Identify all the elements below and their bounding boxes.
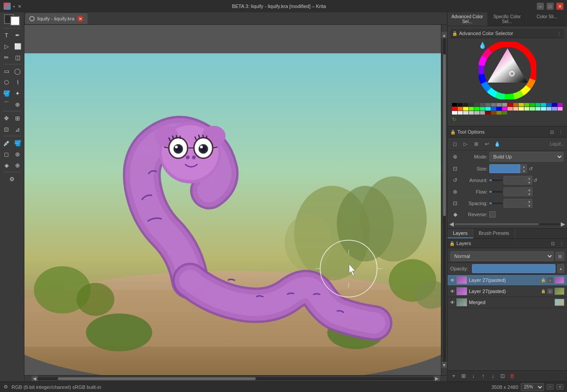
delete-layer-button[interactable]: 🗑 [508, 372, 517, 380]
tool-eyedropper[interactable]: 💉 [1, 138, 12, 148]
swatch-46[interactable] [485, 111, 491, 115]
swatch-2[interactable] [463, 103, 468, 107]
scroll-right-button[interactable]: ▶ [434, 376, 440, 382]
tool-crop[interactable]: ⊞ [12, 113, 23, 123]
swatch-27[interactable] [491, 107, 496, 111]
swatch-29[interactable] [502, 107, 508, 111]
swatch-44[interactable] [474, 111, 480, 115]
tool-multi-select[interactable]: ⊕ [12, 160, 23, 170]
layer-item-1[interactable]: 👁 Layer 27(pasted) 🔒 α [448, 286, 567, 297]
swatch-26[interactable] [485, 107, 491, 111]
vscroll-track[interactable] [443, 38, 446, 362]
swatch-14[interactable] [530, 103, 535, 107]
layer-item-2[interactable]: 👁 Merged [448, 297, 567, 308]
copy-layer-button[interactable]: ⊞ [459, 372, 468, 380]
color-selector-options-button[interactable]: ⋮ [555, 30, 563, 37]
swatch-36[interactable] [541, 107, 546, 111]
swatch-48[interactable] [496, 111, 502, 115]
swatch-17[interactable] [547, 103, 552, 107]
swatch-10[interactable] [508, 103, 513, 107]
swatch-43[interactable] [469, 111, 474, 115]
swatch-31[interactable] [513, 107, 519, 111]
scroll-down-button[interactable]: ▼ [441, 362, 448, 368]
minimize-button[interactable]: – [537, 3, 544, 10]
reverse-checkbox[interactable] [489, 211, 496, 218]
tool-eraser[interactable]: ◻ [1, 149, 12, 159]
tab-color-slider[interactable]: Color Sli... [527, 12, 567, 26]
move-layer-up-button[interactable]: ↑ [479, 372, 488, 380]
options-scrollbar-track[interactable] [455, 223, 560, 225]
amount-spin-down[interactable]: ▼ [526, 180, 532, 185]
tool-script[interactable]: ⚙ [7, 174, 17, 184]
move-layer-down-button[interactable]: ↓ [488, 372, 497, 380]
swatch-25[interactable] [480, 107, 485, 111]
tool-calligraphy[interactable]: ✒ [12, 30, 23, 40]
swatch-41[interactable] [458, 111, 463, 115]
swatch-49[interactable] [502, 111, 508, 115]
swatch-45[interactable] [480, 111, 485, 115]
swatch-8[interactable] [496, 103, 502, 107]
layer-properties-button[interactable]: ⊡ [498, 372, 507, 380]
merge-layer-button[interactable]: ↓ [469, 372, 478, 380]
tool-gradient[interactable]: ⬜ [12, 41, 23, 51]
tool-polygon[interactable]: ⬡ [1, 77, 12, 87]
spacing-spin-up[interactable]: ▲ [526, 199, 532, 203]
size-spin-down[interactable]: ▼ [521, 169, 527, 173]
maximize-button[interactable]: □ [547, 3, 554, 10]
flow-spin-up[interactable]: ▲ [526, 187, 532, 192]
hscroll-track[interactable] [38, 377, 434, 380]
swatch-20[interactable] [452, 107, 457, 111]
swatch-38[interactable] [552, 107, 557, 111]
swatch-34[interactable] [530, 107, 535, 111]
zoom-out-button[interactable]: − [547, 384, 554, 390]
swatch-21[interactable] [458, 107, 463, 111]
tool-opt-icon-2[interactable]: ▷ [461, 139, 470, 148]
tool-transform2[interactable]: ⊡ [1, 124, 12, 135]
tool-deform[interactable]: ⊿ [12, 124, 23, 135]
tab-specific-color[interactable]: Specific Color Sel... [488, 12, 527, 26]
size-reset-button[interactable]: ↺ [529, 166, 533, 172]
flow-input[interactable]: 0.20 [504, 187, 526, 196]
scroll-left-button[interactable]: ◀ [32, 376, 38, 382]
mode-select[interactable]: Build Up Wash [489, 152, 563, 162]
tool-contiguous-select[interactable]: 🪣 [1, 88, 12, 99]
vertical-scrollbar[interactable]: ▲ ▼ [441, 25, 447, 375]
swatch-4[interactable] [474, 103, 480, 107]
tool-move[interactable]: ✥ [1, 113, 12, 123]
swatch-12[interactable] [519, 103, 524, 107]
amount-spin-up[interactable]: ▲ [526, 176, 532, 180]
statusbar-icon-button[interactable]: ⚙ [4, 384, 8, 390]
swatch-35[interactable] [535, 107, 541, 111]
blend-mode-select[interactable]: Normal Multiply Screen [450, 251, 554, 261]
canvas-tab[interactable]: liquify - liquify.kra ✕ [25, 13, 87, 24]
tool-select-shapes[interactable]: ◫ [12, 52, 23, 63]
swatch-9[interactable] [502, 103, 508, 107]
swatch-22[interactable] [463, 107, 468, 111]
background-color[interactable] [10, 16, 20, 26]
canvas-viewport[interactable] [24, 25, 441, 375]
refresh-color-button[interactable]: ↻ [452, 116, 456, 123]
layer-item-0[interactable]: 👁 Layer 27(pasted) 🔒 α [448, 275, 567, 286]
vscroll-thumb[interactable] [443, 54, 446, 216]
eyedropper-icon[interactable]: 💧 [479, 42, 486, 49]
layer-eye-1[interactable]: 👁 [450, 289, 455, 294]
tool-rect-select[interactable]: ▭ [1, 66, 12, 76]
zoom-in-button[interactable]: + [556, 384, 563, 390]
tool-options-float-button[interactable]: ⊡ [548, 128, 555, 135]
swatch-24[interactable] [474, 107, 480, 111]
tool-magnetic[interactable]: ⊕ [12, 99, 23, 110]
scroll-up-button[interactable]: ▲ [441, 32, 448, 38]
tool-opt-icon-3[interactable]: ⊞ [472, 139, 480, 148]
tab-brush-presets[interactable]: Brush Presets [473, 229, 515, 238]
opacity-input[interactable]: 100% [472, 264, 555, 273]
swatch-19[interactable] [558, 103, 563, 107]
swatch-37[interactable] [547, 107, 552, 111]
swatch-30[interactable] [508, 107, 513, 111]
swatch-18[interactable] [552, 103, 557, 107]
tool-transform[interactable]: T [1, 30, 12, 40]
tool-options-more-button[interactable]: ⋮ [557, 128, 564, 135]
tool-similar-select[interactable]: ✦ [12, 88, 23, 99]
layers-options-button[interactable]: ⊡ [549, 240, 556, 247]
options-scroll-left[interactable]: ◀ [449, 221, 454, 227]
close-button[interactable]: ✕ [556, 3, 563, 10]
